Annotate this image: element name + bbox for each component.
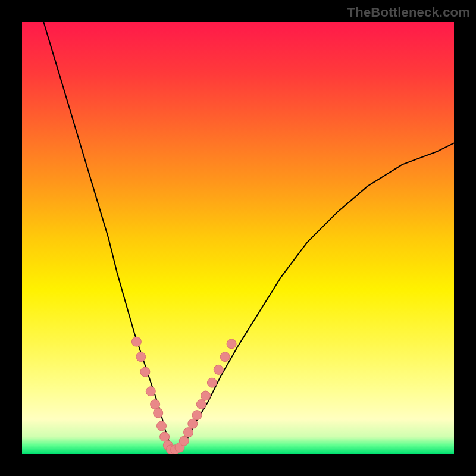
chart-frame: TheBottleneck.com (0, 0, 476, 476)
curve-marker (160, 432, 170, 441)
watermark-text: TheBottleneck.com (347, 5, 470, 20)
curve-marker (146, 387, 155, 396)
curve-marker (220, 352, 230, 362)
chart-svg (22, 22, 454, 454)
curve-marker (179, 436, 189, 446)
curve-marker (154, 408, 163, 418)
curve-marker (201, 391, 211, 400)
curve-marker (136, 352, 146, 362)
curve-marker (184, 428, 193, 437)
curve-marker (192, 411, 202, 420)
curve-marker (227, 339, 236, 349)
curve-markers (131, 337, 236, 454)
bottleneck-curve (43, 22, 454, 450)
plot-area (22, 22, 454, 454)
curve-marker (151, 400, 160, 409)
curve-marker (214, 365, 223, 374)
curve-marker (140, 367, 150, 377)
curve-marker (196, 400, 206, 409)
curve-marker (157, 421, 167, 431)
curve-marker (207, 378, 217, 387)
curve-marker (131, 337, 141, 346)
curve-marker (188, 419, 198, 428)
